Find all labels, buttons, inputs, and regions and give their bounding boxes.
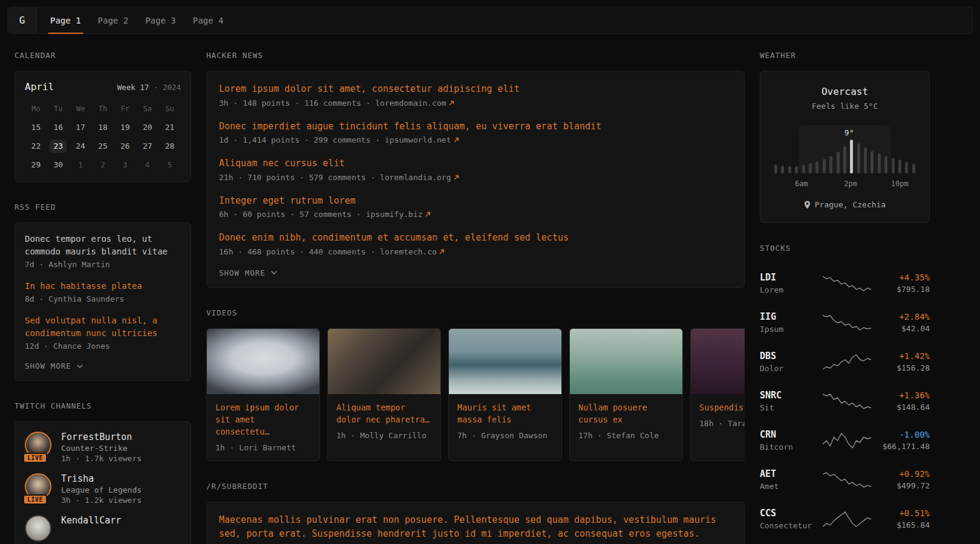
hackernews-section: HACKER NEWS Lorem ipsum dolor sit amet, … [206,51,745,288]
weather-bar [905,162,908,173]
hn-item: Integer eget rutrum lorem 6h · 60 points… [219,194,732,219]
video-card[interactable]: Nullam posuere cursus ex 17h · Stefan Co… [569,328,683,462]
calendar-day: 15 [25,121,47,134]
weather-bar [898,160,901,173]
hn-item-link[interactable]: Donec enim nibh, condimentum et accumsan… [219,231,732,245]
stock-row[interactable]: SNRC Sit +1.36% $148.64 [760,381,930,421]
calendar-day: 19 [114,121,136,134]
rss-item: Sed volutpat nulla nisl, a condimentum n… [25,314,181,351]
stock-change: +1.36% [878,390,930,400]
external-link-icon [425,210,431,219]
video-meta: 18h · Tara [699,419,745,428]
twitch-channel-row[interactable]: KendallCarr [25,515,181,543]
stock-row[interactable]: IIG Ipsum +2.84% $42.04 [760,303,930,342]
stock-row[interactable]: AHS +0.46% [760,539,930,544]
avatar-wrap: LIVE [25,473,53,501]
stock-price: $499.72 [878,481,930,490]
weather-bar [850,140,853,173]
video-row: Lorem ipsum dolor sit amet consectetu… 1… [206,328,745,462]
stock-sparkline [823,510,871,528]
hn-item-link[interactable]: Donec imperdiet augue tincidunt felis al… [219,120,732,134]
stock-sparkline [823,353,871,371]
rss-item: Donec tempor eros leo, ut commodo mauris… [25,233,181,269]
video-title[interactable]: Suspendisse diam [699,401,745,413]
hn-source-link[interactable]: ipsumify.biz [366,210,423,219]
reddit-post-link[interactable]: Maecenas mollis pulvinar erat non posuer… [219,513,732,540]
hn-item-link[interactable]: Integer eget rutrum lorem [219,194,732,208]
video-meta: 7h · Grayson Dawson [457,431,553,440]
video-title[interactable]: Lorem ipsum dolor sit amet consectetu… [215,401,311,438]
weather-bar [837,152,840,173]
stocks-section: STOCKS LDI Lorem +4.35% $795.18 IIG [760,244,930,544]
channel-game: Counter-Strike [61,444,142,453]
stock-symbol: SNRC [760,390,815,401]
video-title[interactable]: Aliquam tempor dolor nec pharetra… [336,401,432,426]
rss-item-link[interactable]: Sed volutpat nulla nisl, a condimentum n… [25,314,181,340]
stock-row[interactable]: AET Amet +0.92% $499.72 [760,460,930,499]
tab-page-1[interactable]: Page 1 [42,7,90,33]
video-card[interactable]: Mauris sit amet massa felis 7h · Grayson… [448,328,562,462]
time-label: 6am [795,180,808,188]
twitch-channel-row[interactable]: LIVE ForrestBurton Counter-Strike 1h · 1… [25,432,181,463]
video-card[interactable]: Lorem ipsum dolor sit amet consectetu… 1… [206,328,320,462]
channel-meta: 3h · 1.2k viewers [61,496,142,505]
calendar-dow: Su [158,105,181,115]
dashboard-grid: CALENDAR April Week 17 · 2024 Mo Tu We T… [0,34,980,544]
stock-row[interactable]: DBS Dolor +1.42% $156.28 [760,342,930,381]
calendar-day: 21 [158,121,181,134]
hn-source-link[interactable]: ipsumworld.net [385,135,451,144]
stock-row[interactable]: CRN Bitcorn -1.00% $66,171.48 [760,421,930,460]
hn-item-link[interactable]: Lorem ipsum dolor sit amet, consectetur … [219,82,732,96]
hn-item-meta: 1d · 1,414 points · 299 comments · ipsum… [219,135,732,144]
rss-show-more-button[interactable]: SHOW MORE [25,361,181,371]
hn-show-more-button[interactable]: SHOW MORE [219,268,732,277]
hn-source-link[interactable]: loremtech.co [380,247,437,256]
calendar-day: 30 [47,158,70,172]
video-title[interactable]: Mauris sit amet massa felis [457,401,553,426]
channel-game: League of Legends [61,485,142,494]
stock-right: +1.36% $148.64 [878,390,930,412]
rss-item-meta: 12d · Chance Jones [25,342,181,351]
hn-item: Lorem ipsum dolor sit amet, consectetur … [219,82,732,108]
tab-page-2[interactable]: Page 2 [90,7,137,33]
video-title[interactable]: Nullam posuere cursus ex [578,401,674,426]
video-card[interactable]: Aliquam tempor dolor nec pharetra… 1h · … [327,328,441,462]
stocks-section-title: STOCKS [760,244,930,253]
calendar-day: 18 [92,121,114,134]
stock-name: Ipsum [760,325,815,334]
calendar-day: 25 [92,140,114,153]
stock-name: Sit [760,403,815,412]
twitch-channel-row[interactable]: LIVE Trisha League of Legends 3h · 1.2k … [25,473,181,505]
stock-symbol: LDI [760,272,815,283]
video-card[interactable]: Suspendisse diam 18h · Tara [690,328,745,462]
stock-change: +0.92% [878,469,930,479]
subreddit-section: /R/SUBREDDIT Maecenas mollis pulvinar er… [206,482,745,544]
tab-page-4[interactable]: Page 4 [185,7,232,33]
weather-bar [795,166,798,173]
page-tabs: Page 1 Page 2 Page 3 Page 4 [42,7,232,33]
rss-section-title: RSS FEED [15,202,191,212]
weather-bar [871,151,874,173]
hn-item-meta: 3h · 148 points · 116 comments · loremdo… [219,99,732,108]
stock-name: Lorem [760,285,815,294]
weather-bar [843,146,846,173]
top-bar: G Page 1 Page 2 Page 3 Page 4 [7,7,973,34]
hn-item-link[interactable]: Aliquam nec cursus elit [219,157,732,170]
rss-item-link[interactable]: Donec tempor eros leo, ut commodo mauris… [25,233,181,258]
stock-sparkline [823,392,871,410]
video-body: Aliquam tempor dolor nec pharetra… 1h · … [328,394,440,449]
hn-source-link[interactable]: loremdomain.com [375,99,446,108]
channel-name: Trisha [61,473,142,484]
weather-bar [823,159,826,173]
calendar-day: 29 [25,158,47,172]
time-label: 10pm [891,180,909,188]
hn-source-link[interactable]: loremlandia.org [380,173,451,182]
stock-row[interactable]: CCS Consectetur +0.51% $165.84 [760,499,930,539]
twitch-section-title: TWITCH CHANNELS [15,401,191,410]
rss-item-link[interactable]: In hac habitasse platea [25,280,181,293]
stock-row[interactable]: LDI Lorem +4.35% $795.18 [760,264,930,303]
stock-sparkline [823,274,871,293]
video-thumbnail [449,329,561,394]
tab-page-3[interactable]: Page 3 [137,7,185,33]
map-pin-icon [804,201,811,209]
